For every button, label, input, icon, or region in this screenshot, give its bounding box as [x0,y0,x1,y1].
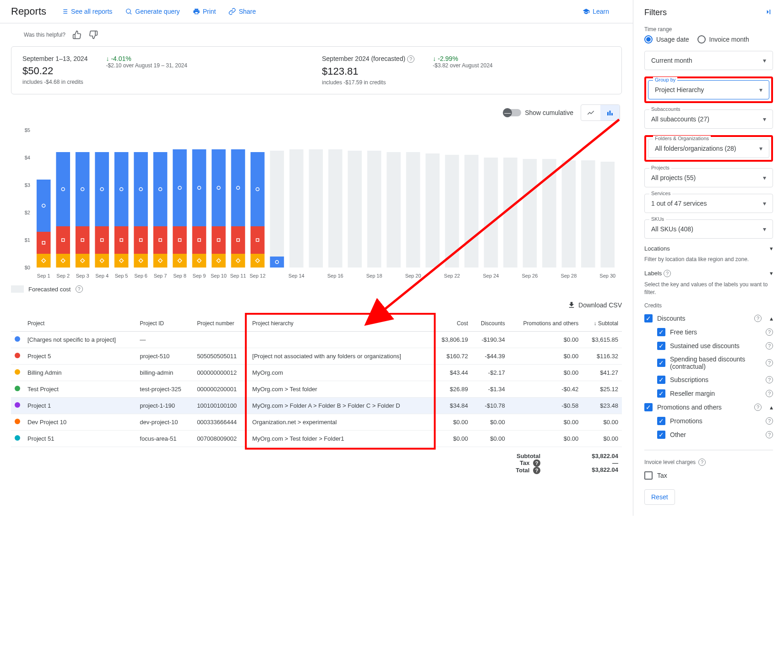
download-csv-button[interactable]: Download CSV [567,301,622,309]
folders-select[interactable]: Folders & Organizations All folders/orga… [648,139,769,158]
table-row[interactable]: Billing Admin billing-admin 000000000012… [11,365,622,381]
cell-project-number: 000000000012 [193,365,249,381]
table-row[interactable]: Project 51 focus-area-51 007008009002 My… [11,431,622,447]
svg-rect-22 [367,151,381,268]
projects-select[interactable]: Projects All projects (55)▾ [644,168,773,187]
share-link[interactable]: Share [229,8,256,15]
help-icon[interactable]: ? [766,390,773,397]
chevron-down-icon: ▾ [763,115,766,123]
discounts-checkbox[interactable]: ✓ Discounts ? ▴ [644,311,773,325]
help-icon[interactable]: ? [533,459,540,467]
svg-rect-27 [464,155,479,268]
help-icon[interactable]: ? [766,359,773,366]
table-row[interactable]: Dev Project 10 dev-project-10 0003336664… [11,414,622,431]
cell-project: Billing Admin [24,365,136,381]
card-actual-deltasub: -$2.10 over August 19 – 31, 2024 [106,62,187,69]
svg-rect-31 [542,159,556,268]
svg-text:Sep 12: Sep 12 [250,273,266,279]
svg-rect-33 [581,160,595,268]
help-icon[interactable]: ? [766,431,773,438]
svg-rect-45 [56,152,70,226]
help-icon[interactable]: ? [76,285,83,293]
cell-hierarchy: MyOrg.com > Folder A > Folder B > Folder… [249,398,432,414]
svg-rect-107 [270,257,284,268]
cell-project-id: project-510 [136,348,193,365]
see-all-reports-link[interactable]: See all reports [61,8,112,15]
magnify-icon [125,8,132,15]
credit-item[interactable]: ✓ Spending based discounts (contractual)… [644,353,773,373]
help-icon[interactable]: ? [766,342,773,350]
radio-usage-date[interactable]: Usage date [644,35,689,44]
svg-text:Sep 24: Sep 24 [483,273,499,279]
show-cumulative-toggle[interactable]: — Show cumulative [505,109,573,116]
help-icon[interactable]: ? [754,315,762,322]
svg-rect-41 [56,254,70,268]
table-header[interactable]: Project ID [136,316,193,332]
chevron-up-icon: ▴ [770,404,773,411]
svg-text:Sep 14: Sep 14 [289,273,305,279]
help-icon[interactable]: ? [766,417,773,425]
card-forecast-sub: includes -$17.59 in credits [322,79,414,86]
svg-rect-39 [37,180,51,232]
credit-item[interactable]: ✓ Reseller margin ? [644,387,773,400]
promotions-checkbox[interactable]: ✓ Promotions and others ? ▴ [644,400,773,414]
table-header[interactable]: Project [24,316,136,332]
locations-section[interactable]: Locations▾ [644,245,773,252]
svg-rect-65 [134,254,148,268]
thumb-down-icon[interactable] [88,30,98,40]
labels-section[interactable]: Labels ?▾ [644,270,773,277]
table-header[interactable]: Project hierarchy [249,316,432,332]
svg-rect-59 [114,254,129,268]
group-by-select[interactable]: Group by Project Hierarchy▾ [648,80,769,99]
credit-item[interactable]: ✓ Sustained use discounts ? [644,339,773,353]
cell-project-number: 100100100100 [193,398,249,414]
help-icon[interactable]: ? [766,328,773,336]
table-header[interactable]: Cost [432,316,472,332]
help-icon[interactable]: ? [407,55,414,63]
table-row[interactable]: [Charges not specific to a project] — $3… [11,332,622,348]
checkbox-icon: ✓ [657,389,665,398]
table-row[interactable]: Project 1 project-1-190 100100100100 MyO… [11,398,622,414]
subaccounts-select[interactable]: Subaccounts All subaccounts (27)▾ [644,109,773,129]
checkbox-icon [644,471,653,480]
help-icon[interactable]: ? [698,459,706,466]
credit-item[interactable]: ✓ Free tiers ? [644,325,773,339]
row-dot [15,353,20,358]
table-header[interactable]: Project number [193,316,249,332]
cell-promotions: $0.00 [509,431,583,447]
radio-invoice-month[interactable]: Invoice month [697,35,749,44]
generate-query-link[interactable]: Generate query [125,8,180,15]
cell-project-number [193,332,249,348]
services-select[interactable]: Services 1 out of 47 services▾ [644,194,773,213]
line-chart-button[interactable] [581,105,600,120]
table-header[interactable]: ↓ Subtotal [582,316,622,332]
thumb-up-icon[interactable] [72,30,82,40]
cell-subtotal: $23.48 [582,398,622,414]
svg-rect-24 [406,152,420,268]
skus-select[interactable]: SKUs All SKUs (408)▾ [644,219,773,239]
credit-item[interactable]: ✓ Subscriptions ? [644,373,773,387]
table-header[interactable]: Promotions and others [509,316,583,332]
help-icon[interactable]: ? [533,467,540,474]
tax-checkbox[interactable]: Tax [644,469,773,482]
card-forecast-title: September 2024 (forecasted) ? [322,55,414,63]
promo-item[interactable]: ✓ Other ? [644,428,773,442]
learn-link[interactable]: Learn [583,8,609,15]
table-row[interactable]: Project 5 project-510 505050505011 [Proj… [11,348,622,365]
chevron-down-icon: ▾ [763,174,766,181]
help-icon[interactable]: ? [766,376,773,383]
help-icon[interactable]: ? [754,404,762,411]
reset-button[interactable]: Reset [644,489,675,505]
cell-project-id: dev-project-10 [136,414,193,431]
checkbox-icon: ✓ [644,403,653,411]
bar-chart-button[interactable] [600,105,620,120]
chart-controls: — Show cumulative [11,104,622,121]
print-link[interactable]: Print [193,8,216,15]
svg-text:Sep 11: Sep 11 [230,273,246,279]
collapse-icon[interactable] [764,7,773,18]
svg-text:Sep 16: Sep 16 [327,273,343,279]
time-range-select[interactable]: Current month▾ [644,51,773,70]
table-header[interactable]: Discounts [472,316,509,332]
table-row[interactable]: Test Project test-project-325 0000002000… [11,381,622,398]
promo-item[interactable]: ✓ Promotions ? [644,414,773,428]
